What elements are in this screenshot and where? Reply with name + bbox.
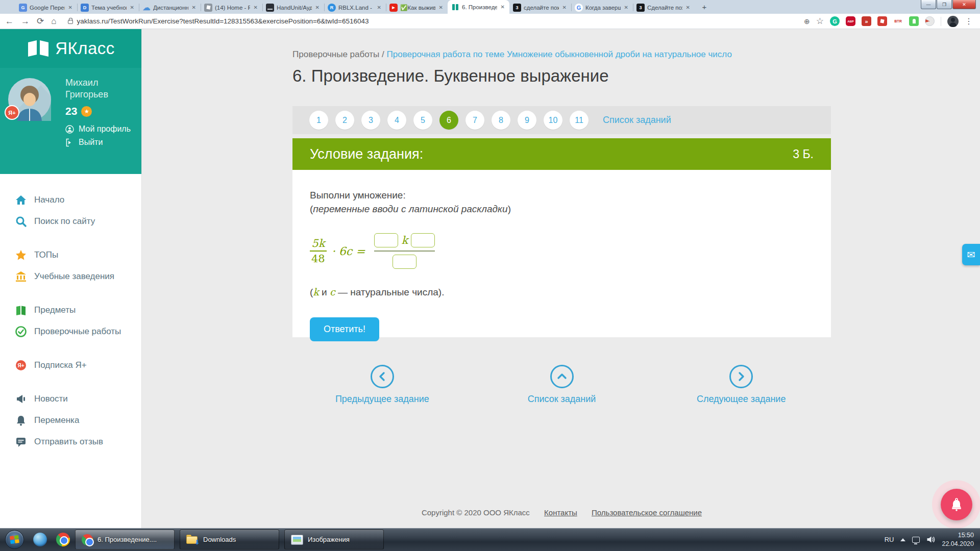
sidebar-item-tests[interactable]: Проверочные работы — [0, 321, 141, 342]
bookmark-star-icon[interactable]: ☆ — [816, 17, 824, 26]
contacts-link[interactable]: Контакты — [544, 508, 577, 517]
tab-close-icon[interactable]: ✕ — [561, 4, 568, 11]
grammarly-extension-icon[interactable]: G — [830, 16, 840, 26]
my-profile-link[interactable]: Мой профиль — [65, 124, 141, 134]
logout-link[interactable]: Выйти — [65, 138, 141, 147]
chevron-up-icon[interactable] — [550, 365, 574, 388]
browser-tab[interactable]: HandUnit/Аудио ✕ — [262, 1, 324, 14]
page-button-7[interactable]: 7 — [465, 111, 484, 130]
tab-close-icon[interactable]: ✕ — [500, 4, 506, 10]
agreement-link[interactable]: Пользовательское соглашение — [592, 508, 702, 517]
browser-tab-active[interactable]: 6. Произведение ✕ — [448, 0, 509, 14]
user-avatar[interactable]: Я+ — [8, 78, 51, 121]
padlock-icon[interactable] — [68, 20, 73, 24]
browser-tab[interactable]: R RBLX.Land - Earn ✕ — [324, 1, 386, 14]
taskbar-button-downloads[interactable]: ⬇ Downloads — [180, 530, 279, 549]
yaklass-logo[interactable]: ЯКласс — [0, 29, 141, 68]
sidebar-item-home[interactable]: Начало — [0, 189, 141, 211]
hidden-icons-arrow[interactable] — [900, 538, 905, 541]
tab-close-icon[interactable]: ✕ — [253, 4, 259, 11]
page-button-10[interactable]: 10 — [544, 111, 562, 130]
notification-bell-button[interactable] — [941, 489, 972, 520]
page-button-6-active[interactable]: 6 — [439, 111, 458, 130]
maximize-button[interactable]: ❐ — [937, 0, 952, 9]
task-list-link[interactable]: Список заданий — [603, 115, 671, 126]
tab-close-icon[interactable]: ✕ — [623, 4, 629, 11]
feedback-mail-tab[interactable]: ✉ — [962, 244, 980, 265]
hand-extension-icon[interactable] — [909, 16, 919, 26]
page-button-11[interactable]: 11 — [570, 111, 589, 130]
gauge-extension-icon[interactable] — [925, 16, 935, 26]
forward-icon[interactable]: → — [21, 17, 30, 26]
browser-tab[interactable]: D Тема учебного п ✕ — [77, 1, 139, 14]
taskbar-clock[interactable]: 15:50 22.04.2020 — [942, 531, 974, 548]
sidebar-item-break[interactable]: Переменка — [0, 410, 141, 431]
speaker-icon[interactable] — [926, 536, 935, 543]
new-tab-button[interactable]: + — [698, 0, 711, 13]
back-icon[interactable]: ← — [5, 17, 14, 26]
close-button[interactable]: ✕ — [952, 0, 976, 9]
fast-forward-extension-icon[interactable]: » — [862, 16, 871, 26]
tab-close-icon[interactable]: ✕ — [191, 4, 197, 11]
breadcrumb-current-link[interactable]: Проверочная работа по теме Умножение обы… — [387, 49, 732, 59]
browser-menu-icon[interactable]: ⋮ — [965, 16, 973, 26]
browser-tab[interactable]: ▶ ✅Как выживают ✕ — [386, 1, 448, 14]
tab-close-icon[interactable]: ✕ — [129, 4, 135, 11]
prev-task[interactable]: Предыдущее задание — [292, 365, 472, 405]
language-indicator[interactable]: RU — [885, 536, 894, 543]
browser-tab[interactable]: (14) Home - Robl ✕ — [201, 1, 262, 14]
page-button-1[interactable]: 1 — [309, 111, 328, 130]
page-button-5[interactable]: 5 — [413, 111, 432, 130]
adblock-extension-icon[interactable]: ABP — [846, 16, 855, 26]
breadcrumb-root[interactable]: Проверочные работы — [292, 49, 379, 59]
next-task[interactable]: Следующее задание — [651, 365, 831, 405]
page-button-2[interactable]: 2 — [335, 111, 354, 130]
reload-icon[interactable]: ⟳ — [37, 17, 44, 26]
page-button-4[interactable]: 4 — [387, 111, 406, 130]
address-bar[interactable]: yaklass.ru/TestWorkRun/Exercise?testResu… — [64, 17, 797, 25]
sidebar-item-tops[interactable]: ТОПы — [0, 244, 141, 266]
url-text[interactable]: yaklass.ru/TestWorkRun/Exercise?testResu… — [77, 17, 369, 25]
next-task-label[interactable]: Следующее задание — [651, 394, 831, 405]
tab-close-icon[interactable]: ✕ — [314, 4, 321, 11]
chrome-icon[interactable] — [56, 533, 70, 546]
sidebar-item-subjects[interactable]: Предметы — [0, 299, 141, 321]
network-icon[interactable] — [912, 537, 920, 543]
sidebar-item-search[interactable]: Поиск по сайту — [0, 211, 141, 232]
tab-close-icon[interactable]: ✕ — [438, 4, 444, 11]
browser-tab[interactable]: 3 сделайте пожуй ✕ — [509, 1, 571, 14]
denominator-input[interactable] — [393, 255, 416, 269]
home-icon[interactable]: ⌂ — [51, 17, 56, 26]
browser-tab[interactable]: G Когда завершил ✕ — [571, 1, 633, 14]
prev-task-label[interactable]: Предыдущее задание — [292, 394, 472, 405]
btr-extension-icon[interactable]: BTR — [893, 16, 903, 26]
browser-tab[interactable]: G Google Перевод ✕ — [15, 1, 77, 14]
taskbar-button-images[interactable]: Изображения — [284, 530, 384, 549]
page-button-3[interactable]: 3 — [361, 111, 380, 130]
numerator-input-2[interactable] — [411, 233, 435, 247]
task-list-nav[interactable]: Список заданий — [472, 365, 652, 405]
tab-close-icon[interactable]: ✕ — [376, 4, 382, 11]
zoom-icon[interactable]: ⊕ — [804, 18, 810, 25]
roblox-extension-icon[interactable] — [877, 16, 887, 26]
tab-close-icon[interactable]: ✕ — [67, 4, 74, 11]
browser-tab[interactable]: 3 Сделайте пожал ✕ — [633, 1, 695, 14]
minimize-button[interactable]: — — [921, 0, 936, 9]
browser-profile-avatar[interactable] — [947, 16, 959, 27]
chevron-left-icon[interactable] — [371, 365, 394, 388]
sidebar-item-feedback[interactable]: Отправить отзыв — [0, 431, 141, 453]
start-button[interactable] — [5, 530, 24, 549]
sidebar-item-subscription[interactable]: Я+ Подписка Я+ — [0, 355, 141, 376]
chevron-right-icon[interactable] — [729, 365, 753, 388]
task-list-nav-label[interactable]: Список заданий — [472, 394, 652, 405]
browser-app-icon[interactable] — [33, 533, 47, 546]
sidebar-item-news[interactable]: Новости — [0, 388, 141, 410]
tab-close-icon[interactable]: ✕ — [685, 4, 691, 11]
browser-tab[interactable]: ☁ Дистанционное ✕ — [139, 1, 201, 14]
page-button-8[interactable]: 8 — [492, 111, 510, 130]
answer-button[interactable]: Ответить! — [310, 317, 379, 341]
page-button-9[interactable]: 9 — [518, 111, 536, 130]
taskbar-button-chrome-active[interactable]: 6. Произведение.... — [75, 530, 175, 549]
sidebar-item-schools[interactable]: Учебные заведения — [0, 266, 141, 287]
numerator-input-1[interactable] — [374, 233, 398, 247]
